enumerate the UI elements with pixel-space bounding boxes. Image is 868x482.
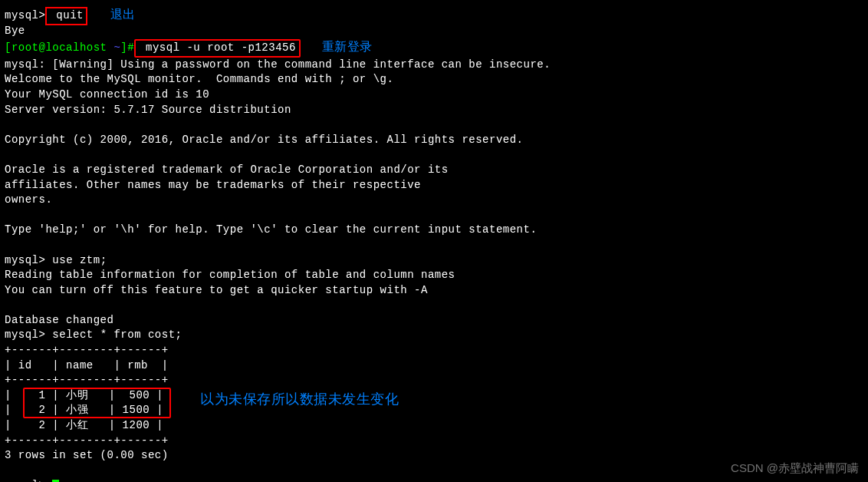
mysql-prompt-3: mysql>: [5, 328, 45, 341]
final-prompt-line[interactable]: mysql>: [5, 478, 863, 482]
use-command: use ztm;: [45, 254, 107, 266]
table-header: | id | name | rmb |: [5, 358, 863, 374]
quit-command: quit: [49, 9, 84, 21]
connid-line: Your MySQL connection id is 10: [5, 87, 863, 103]
quit-highlight-box: quit: [45, 7, 87, 25]
reading-line: Reading table information for completion…: [5, 268, 863, 283]
blank-5: [5, 298, 863, 313]
table-sep-2: +------+--------+------+: [5, 373, 863, 388]
quit-line: mysql> quit退出: [5, 6, 863, 24]
login-line: [root@localhost ~]# mysql -u root -p1234…: [5, 38, 863, 58]
dbchanged-line: Database changed: [5, 313, 863, 328]
watermark: CSDN @赤壁战神曹阿瞒: [731, 460, 859, 476]
root-prompt-end: ]#: [120, 41, 134, 54]
root-prompt-user: [root@localhost: [5, 41, 113, 54]
use-line: mysql> use ztm;: [5, 253, 863, 269]
version-line: Server version: 5.7.17 Source distributi…: [5, 103, 863, 118]
quit-annotation: 退出: [110, 8, 136, 21]
table-row-1: | 1 | 小明 | 500 |: [5, 388, 863, 404]
welcome-line: Welcome to the MySQL monitor. Commands e…: [5, 72, 863, 87]
warn-line: mysql: [Warning] Using a password on the…: [5, 58, 863, 73]
login-command: mysql -u root -p123456: [139, 41, 296, 54]
mysql-prompt-2: mysql>: [5, 254, 45, 266]
oracle1-line: Oracle is a registered trademark of Orac…: [5, 163, 863, 178]
turnoff-line: You can turn off this feature to get a q…: [5, 283, 863, 299]
root-prompt-tilde: ~: [113, 41, 120, 54]
oracle3-line: owners.: [5, 193, 863, 208]
blank-4: [5, 238, 863, 253]
login-annotation: 重新登录: [322, 40, 373, 53]
oracle2-line: affiliates. Other names may be trademark…: [5, 178, 863, 193]
table-row-3: | 2 | 小红 | 1200 |: [5, 418, 863, 434]
login-highlight-box: mysql -u root -p123456: [134, 39, 301, 58]
select-command: select * from cost;: [45, 328, 182, 341]
table-sep-1: +------+--------+------+: [5, 343, 863, 358]
help-line: Type 'help;' or '\h' for help. Type '\c'…: [5, 223, 863, 238]
mysql-prompt: mysql>: [5, 9, 45, 21]
mysql-prompt-4: mysql>: [5, 479, 45, 482]
copyright-line: Copyright (c) 2000, 2016, Oracle and/or …: [5, 133, 863, 148]
table-row-2: | 2 | 小强 | 1500 |: [5, 403, 863, 418]
data-annotation: 以为未保存所以数据未发生变化: [200, 390, 399, 409]
table-sep-3: +------+--------+------+: [5, 434, 863, 449]
bye-line: Bye: [5, 24, 863, 39]
blank-1: [5, 117, 863, 133]
blank-2: [5, 147, 863, 163]
select-line: mysql> select * from cost;: [5, 328, 863, 343]
blank-3: [5, 208, 863, 223]
